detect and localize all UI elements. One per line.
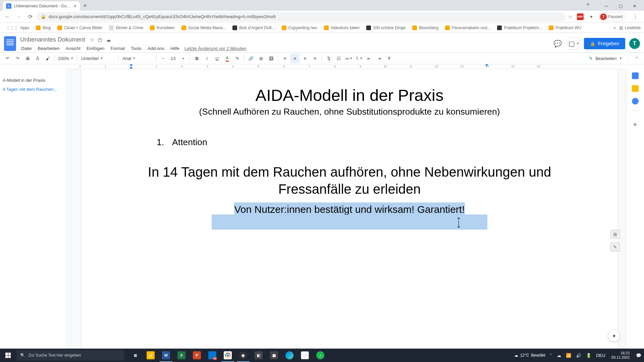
menu-tools[interactable]: Tools: [128, 45, 144, 52]
cloud-status-icon[interactable]: ☁: [106, 37, 111, 43]
text-color-button[interactable]: A: [222, 54, 232, 63]
spotify-icon[interactable]: ♪: [313, 349, 328, 362]
move-icon[interactable]: 🗀: [98, 37, 103, 43]
share-button[interactable]: 🔒Freigeben: [584, 38, 625, 49]
document-title-input[interactable]: Unbenanntes Dokument: [19, 36, 87, 44]
add-comment-floating-button[interactable]: ⊞: [610, 230, 620, 239]
bookmark-item[interactable]: Blog: [33, 24, 53, 32]
chrome-icon[interactable]: [220, 349, 235, 362]
doc-subtitle2-text[interactable]: Von Nutzer:innen bestätigt und wirksam! …: [145, 204, 554, 215]
first-line-indent-marker[interactable]: [129, 66, 133, 69]
photos-icon[interactable]: 25: [205, 349, 220, 362]
editing-mode-select[interactable]: ✎Bearbeiten▼: [586, 55, 625, 62]
bold-button[interactable]: B: [192, 54, 202, 63]
docs-home-icon[interactable]: [4, 36, 16, 51]
taskbar-search-input[interactable]: 🔍Zur Suche Text hier eingeben: [17, 350, 124, 361]
align-right-button[interactable]: ≡: [300, 54, 310, 63]
abp-extension-icon[interactable]: ABP: [577, 13, 584, 20]
collapse-toolbar-button[interactable]: ⌄: [632, 54, 641, 63]
minimize-button[interactable]: —: [600, 1, 613, 11]
calendar-icon[interactable]: [632, 72, 639, 79]
horizontal-ruler[interactable]: 2 1 1 2 3 4 5 6 7 8 9 10 11 12 13 14 15 …: [66, 64, 622, 69]
doc-title-text[interactable]: AIDA-Modell in der Praxis: [145, 86, 554, 105]
font-size-decrement[interactable]: −: [158, 54, 168, 63]
selected-empty-line[interactable]: [212, 215, 487, 230]
add-comment-button[interactable]: ⊞: [256, 54, 266, 63]
undo-button[interactable]: ↶: [3, 54, 12, 63]
bookmark-item[interactable]: Panoramabahn und...: [442, 24, 493, 32]
suggest-edits-floating-button[interactable]: ✎: [610, 243, 620, 251]
word-icon[interactable]: W: [158, 349, 174, 362]
extensions-icon[interactable]: ✦: [588, 14, 594, 20]
account-avatar[interactable]: T: [629, 38, 640, 49]
menu-insert[interactable]: Einfügen: [84, 45, 107, 52]
close-window-button[interactable]: ✕: [628, 1, 641, 11]
bookmark-item[interactable]: Social Media Mana...: [179, 24, 228, 32]
menu-edit[interactable]: Bearbeiten: [36, 45, 62, 52]
paragraph-style-select[interactable]: Untertitel▼: [79, 56, 116, 61]
browser-tab[interactable]: ≡ Unbenanntes Dokument - Googl ×: [3, 1, 80, 11]
right-indent-marker[interactable]: [485, 64, 488, 67]
wifi-icon[interactable]: 📶: [566, 353, 571, 358]
task-view-button[interactable]: ⊞: [127, 349, 143, 362]
app-icon[interactable]: ◧: [251, 349, 266, 362]
chrome-account-indicator[interactable]: [587, 3, 589, 5]
edge-icon[interactable]: [282, 349, 297, 362]
battery-icon[interactable]: 🔋: [586, 353, 591, 358]
bookmarks-overflow-button[interactable]: »: [611, 25, 618, 30]
underline-button[interactable]: U: [212, 54, 222, 63]
bookmark-item[interactable]: Bois d'Argent Duft...: [230, 24, 277, 32]
align-left-button[interactable]: ≡: [280, 54, 289, 63]
doc-heading2-text[interactable]: In 14 Tagen mit dem Rauchen aufhören, oh…: [145, 164, 554, 198]
bookmark-item[interactable]: 100 schöne Dinge: [364, 24, 408, 32]
redo-button[interactable]: ↷: [13, 54, 22, 63]
taskbar-clock[interactable]: 16:2103.11.2021: [610, 351, 631, 360]
tab-close-button[interactable]: ×: [74, 3, 76, 9]
bookmark-item[interactable]: Copywriting neu: [279, 24, 320, 32]
explore-button[interactable]: ✦: [608, 330, 620, 342]
profile-button[interactable]: T Pausiert: [599, 12, 626, 21]
document-canvas[interactable]: AIDA-Modell in der Praxis (Schnell Aufhö…: [66, 69, 626, 351]
document-page[interactable]: AIDA-Modell in der Praxis (Schnell Aufhö…: [81, 69, 618, 351]
start-button[interactable]: [0, 349, 16, 362]
numbered-list-button[interactable]: ⒈▼: [354, 54, 364, 63]
doc-subtitle-text[interactable]: (Schnell Aufhören zu Rauchen, ohne Subst…: [145, 107, 554, 117]
clear-formatting-button[interactable]: T: [384, 54, 394, 63]
numbered-list-item[interactable]: 1.Attention: [157, 137, 554, 147]
notepad-icon[interactable]: 📄: [297, 349, 313, 362]
font-size-increment[interactable]: +: [178, 54, 188, 63]
font-size-input[interactable]: 13: [168, 54, 178, 63]
excel-icon[interactable]: X: [174, 349, 189, 362]
outline-heading[interactable]: A-Modell in der Praxis: [0, 76, 66, 85]
highlight-color-button[interactable]: ✎: [232, 54, 242, 63]
apps-shortcut[interactable]: ⋮⋮⋮Apps: [3, 24, 32, 32]
chrome-menu-button[interactable]: ⋮: [631, 13, 640, 20]
print-button[interactable]: 🖶: [23, 54, 32, 63]
star-icon[interactable]: ☆: [90, 37, 94, 43]
decrease-indent-button[interactable]: ⇤: [364, 54, 374, 63]
url-input[interactable]: 🔒 docs.google.com/document/d/1qqc0hCcfBL…: [37, 12, 566, 21]
bookmark-item[interactable]: Praktikum WU: [546, 24, 584, 32]
new-tab-button[interactable]: +: [80, 1, 90, 11]
keep-icon[interactable]: [632, 85, 639, 92]
bookmark-item[interactable]: Kursideen: [147, 24, 177, 32]
bookmark-item[interactable]: Videokurs Ideen: [321, 24, 363, 32]
spellcheck-button[interactable]: Ă: [33, 54, 42, 63]
onedrive-icon[interactable]: ☁: [557, 353, 561, 358]
bookmark-item[interactable]: Bloomberg: [410, 24, 441, 32]
zoom-select[interactable]: 200%▼: [57, 56, 75, 61]
checklist-button[interactable]: ☑: [334, 54, 343, 63]
align-justify-button[interactable]: ≡: [310, 54, 320, 63]
menu-addons[interactable]: Add-ons: [145, 45, 167, 52]
align-center-button[interactable]: ≡: [290, 54, 300, 63]
bookmark-item[interactable]: Cload + Canva Bilder: [55, 24, 105, 32]
present-button[interactable]: ▢▼: [568, 38, 580, 50]
line-spacing-button[interactable]: ⇅: [324, 54, 333, 63]
forward-button[interactable]: →: [14, 12, 23, 21]
font-family-select[interactable]: Arial▼: [120, 56, 154, 61]
menu-help[interactable]: Hilfe: [168, 45, 182, 52]
add-addon-button[interactable]: +: [633, 120, 637, 129]
back-button[interactable]: ←: [3, 12, 12, 21]
bulleted-list-button[interactable]: ≔▼: [344, 54, 354, 63]
powerpoint-icon[interactable]: P: [189, 349, 205, 362]
